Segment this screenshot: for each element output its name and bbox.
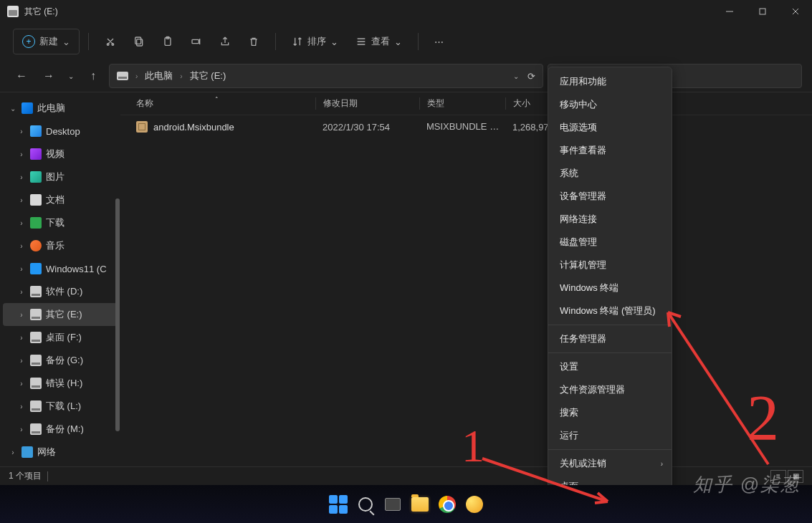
expand-caret-icon — [17, 334, 26, 342]
view-button[interactable]: 查看 ⌄ — [348, 29, 409, 54]
context-menu-item[interactable]: 系统 — [548, 162, 672, 185]
window-buttons — [713, 0, 812, 23]
sidebar-item[interactable]: 备份 (M:) — [3, 418, 118, 441]
separator — [418, 33, 419, 50]
address-bar[interactable]: › 此电脑 › 其它 (E:) ⌄ ⟳ — [109, 64, 543, 88]
chevron-right-icon: › — [135, 72, 138, 80]
start-button[interactable] — [328, 494, 348, 514]
new-button[interactable]: + 新建 ⌄ — [13, 29, 80, 54]
ico-drive-icon — [30, 309, 42, 320]
ico-pic-icon — [30, 171, 42, 183]
context-menu-item[interactable]: Windows 终端 — [548, 277, 672, 299]
watermark: 知乎 @柒葱 — [693, 472, 801, 497]
sidebar-item[interactable]: 错误 (H:) — [3, 372, 118, 395]
expand-caret-icon — [17, 357, 26, 365]
sidebar-item-label: 备份 (M:) — [46, 423, 84, 436]
close-button[interactable] — [779, 0, 812, 23]
sidebar-item[interactable]: 桌面 (F:) — [3, 326, 118, 349]
sidebar-item[interactable]: 其它 (E:) — [3, 303, 118, 326]
scrollbar-thumb[interactable] — [115, 198, 120, 431]
sidebar: 此电脑Desktop视频图片文档下载音乐Windows11 (C软件 (D:)其… — [0, 92, 120, 466]
context-menu-item[interactable]: Windows 终端 (管理员) — [548, 299, 672, 322]
sidebar-item-label: 视频 — [46, 148, 65, 160]
share-button[interactable] — [212, 29, 238, 54]
context-menu-item[interactable]: 磁盘管理 — [548, 231, 672, 254]
annotation-arrow-1 — [479, 455, 622, 512]
context-menu-item[interactable]: 电源选项 — [548, 116, 672, 139]
up-button[interactable]: ↑ — [82, 64, 105, 87]
status-text: 1 个项目 — [9, 470, 42, 482]
context-menu-item[interactable]: 设置 — [548, 355, 672, 378]
expand-caret-icon — [17, 128, 26, 135]
sidebar-item-label: Windows11 (C — [46, 264, 107, 274]
file-type: MSIXBUNDLE 文... — [419, 120, 505, 133]
task-view-button[interactable] — [383, 494, 403, 514]
sidebar-item[interactable]: 此电脑 — [3, 97, 118, 120]
cut-button[interactable] — [97, 29, 123, 54]
maximize-button[interactable] — [746, 0, 779, 23]
context-menu-item[interactable]: 设备管理器 — [548, 185, 672, 208]
context-menu-item[interactable]: 事件查看器 — [548, 139, 672, 162]
plus-icon: + — [22, 35, 35, 48]
sidebar-item[interactable]: 备份 (G:) — [3, 349, 118, 372]
recent-button[interactable]: ⌄ — [65, 64, 77, 87]
file-row[interactable]: android.Msixbundle2022/1/30 17:54MSIXBUN… — [120, 115, 812, 138]
paste-button[interactable] — [155, 29, 181, 54]
taskbar-search-button[interactable] — [355, 494, 376, 514]
minimize-button[interactable] — [713, 0, 746, 23]
ico-music-icon — [30, 240, 42, 251]
context-menu-item[interactable]: 搜索 — [548, 401, 672, 424]
chrome-taskbar-icon[interactable] — [437, 494, 457, 514]
context-menu-item[interactable]: 应用和功能 — [548, 70, 672, 93]
breadcrumb-root[interactable]: 此电脑 — [145, 69, 173, 82]
menu-separator — [548, 325, 672, 325]
context-menu-label: 搜索 — [560, 406, 578, 419]
menu-separator — [548, 352, 672, 353]
context-menu-item[interactable]: 任务管理器 — [548, 327, 672, 350]
refresh-button[interactable]: ⟳ — [527, 71, 535, 82]
delete-button[interactable] — [241, 29, 267, 54]
expand-caret-icon — [17, 426, 26, 433]
separator — [275, 33, 276, 50]
col-name[interactable]: 名称 ˄ — [136, 97, 315, 110]
rename-button[interactable] — [183, 29, 209, 54]
back-button[interactable]: ← — [10, 64, 33, 87]
context-menu-item[interactable]: 文件资源管理器 — [548, 378, 672, 401]
copy-button[interactable] — [126, 29, 152, 54]
sidebar-item[interactable]: 软件 (D:) — [3, 280, 118, 303]
context-menu-label: Windows 终端 — [560, 282, 618, 294]
context-menu-item[interactable]: 网络连接 — [548, 208, 672, 231]
sidebar-item-label: Desktop — [46, 126, 80, 137]
address-dropdown[interactable]: ⌄ — [513, 72, 519, 80]
expand-caret-icon — [17, 288, 26, 296]
sidebar-item[interactable]: 文档 — [3, 188, 118, 211]
sidebar-item-label: 其它 (E:) — [46, 308, 82, 321]
more-button[interactable]: ⋯ — [427, 29, 451, 54]
context-menu-label: 事件查看器 — [560, 144, 606, 157]
context-menu-item[interactable]: 移动中心 — [548, 93, 672, 116]
context-menu-item[interactable]: 运行 — [548, 424, 672, 447]
col-type[interactable]: 类型 — [419, 97, 505, 110]
sort-label: 排序 — [307, 35, 326, 48]
sidebar-item[interactable]: Desktop — [3, 120, 118, 143]
context-menu-label: 运行 — [560, 429, 578, 442]
annotation-label-1: 1 — [462, 420, 484, 473]
chevron-right-icon: › — [180, 72, 182, 80]
context-menu-item[interactable]: 计算机管理 — [548, 254, 672, 277]
sidebar-item[interactable]: 音乐 — [3, 234, 118, 257]
sidebar-item[interactable]: 下载 (L:) — [3, 395, 118, 418]
sidebar-item[interactable]: 视频 — [3, 143, 118, 165]
svg-rect-5 — [192, 39, 199, 43]
sort-asc-icon: ˄ — [215, 96, 219, 103]
sidebar-item[interactable]: Windows11 (C — [3, 257, 118, 280]
sidebar-item[interactable]: 网络 — [3, 441, 118, 464]
breadcrumb-current[interactable]: 其它 (E:) — [190, 69, 226, 82]
sort-button[interactable]: 排序 ⌄ — [285, 29, 345, 54]
col-size[interactable]: 大小 — [505, 97, 548, 110]
forward-button[interactable]: → — [37, 64, 60, 87]
sidebar-item[interactable]: 下载 — [3, 211, 118, 234]
separator — [88, 33, 89, 50]
sidebar-item[interactable]: 图片 — [3, 165, 118, 188]
explorer-taskbar-icon[interactable] — [410, 494, 430, 514]
col-date[interactable]: 修改日期 — [315, 97, 419, 110]
